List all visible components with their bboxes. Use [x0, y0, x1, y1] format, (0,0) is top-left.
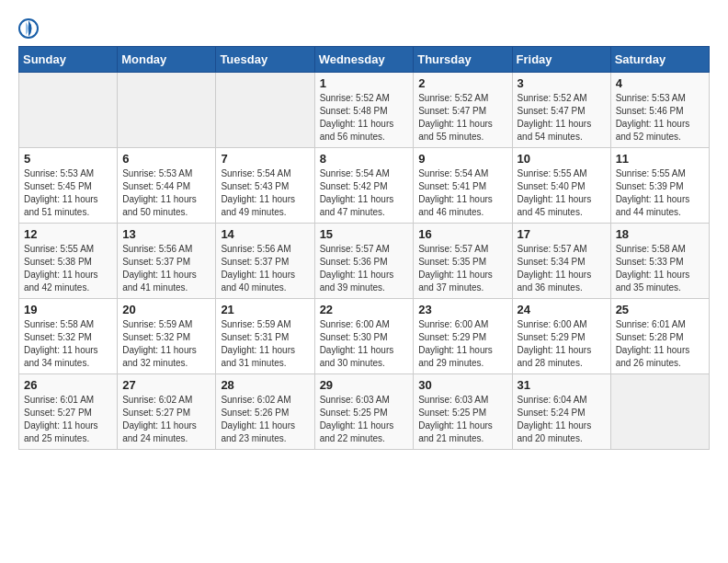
calendar-week-2: 5Sunrise: 5:53 AM Sunset: 5:45 PM Daylig…: [19, 148, 710, 224]
calendar-cell: [216, 73, 314, 148]
weekday-header-sunday: Sunday: [19, 47, 118, 73]
calendar-cell: 28Sunrise: 6:02 AM Sunset: 5:26 PM Dayli…: [216, 374, 314, 450]
day-number: 16: [418, 227, 506, 241]
cell-content: Sunrise: 5:56 AM Sunset: 5:37 PM Dayligh…: [122, 243, 210, 294]
day-number: 25: [616, 303, 704, 316]
cell-content: Sunrise: 6:02 AM Sunset: 5:27 PM Dayligh…: [122, 394, 210, 445]
day-number: 20: [122, 303, 210, 316]
cell-content: Sunrise: 6:01 AM Sunset: 5:28 PM Dayligh…: [616, 318, 704, 370]
day-number: 21: [221, 303, 309, 316]
day-number: 26: [24, 378, 112, 392]
calendar-cell: 13Sunrise: 5:56 AM Sunset: 5:37 PM Dayli…: [118, 224, 216, 299]
day-number: 11: [616, 152, 704, 166]
cell-content: Sunrise: 5:59 AM Sunset: 5:31 PM Dayligh…: [221, 318, 309, 370]
calendar-week-5: 26Sunrise: 6:01 AM Sunset: 5:27 PM Dayli…: [19, 374, 710, 450]
cell-content: Sunrise: 5:52 AM Sunset: 5:47 PM Dayligh…: [518, 92, 606, 144]
calendar-cell: 21Sunrise: 5:59 AM Sunset: 5:31 PM Dayli…: [216, 299, 314, 374]
calendar-cell: 12Sunrise: 5:55 AM Sunset: 5:38 PM Dayli…: [19, 224, 118, 299]
logo: [18, 18, 40, 37]
logo-icon: [18, 18, 37, 37]
weekday-header-saturday: Saturday: [610, 47, 709, 73]
cell-content: Sunrise: 5:54 AM Sunset: 5:41 PM Dayligh…: [418, 167, 506, 219]
day-number: 23: [418, 303, 506, 316]
cell-content: Sunrise: 6:01 AM Sunset: 5:27 PM Dayligh…: [24, 394, 112, 445]
calendar-cell: 7Sunrise: 5:54 AM Sunset: 5:43 PM Daylig…: [216, 148, 314, 224]
day-number: 30: [418, 378, 506, 392]
calendar-cell: 15Sunrise: 5:57 AM Sunset: 5:36 PM Dayli…: [314, 224, 414, 299]
weekday-header-monday: Monday: [118, 47, 216, 73]
cell-content: Sunrise: 5:57 AM Sunset: 5:34 PM Dayligh…: [518, 243, 606, 294]
day-number: 6: [122, 152, 210, 166]
cell-content: Sunrise: 5:58 AM Sunset: 5:32 PM Dayligh…: [24, 318, 112, 370]
day-number: 29: [320, 378, 409, 392]
calendar-week-3: 12Sunrise: 5:55 AM Sunset: 5:38 PM Dayli…: [19, 224, 710, 299]
cell-content: Sunrise: 5:52 AM Sunset: 5:47 PM Dayligh…: [418, 92, 506, 144]
calendar-cell: 31Sunrise: 6:04 AM Sunset: 5:24 PM Dayli…: [512, 374, 610, 450]
calendar-cell: 27Sunrise: 6:02 AM Sunset: 5:27 PM Dayli…: [118, 374, 216, 450]
cell-content: Sunrise: 6:03 AM Sunset: 5:25 PM Dayligh…: [418, 394, 506, 445]
day-number: 27: [122, 378, 210, 392]
day-number: 9: [418, 152, 506, 166]
day-number: 14: [221, 227, 309, 241]
day-number: 24: [518, 303, 606, 316]
cell-content: Sunrise: 6:00 AM Sunset: 5:29 PM Dayligh…: [418, 318, 506, 370]
day-number: 3: [518, 76, 606, 90]
calendar-cell: 6Sunrise: 5:53 AM Sunset: 5:44 PM Daylig…: [118, 148, 216, 224]
calendar-cell: 22Sunrise: 6:00 AM Sunset: 5:30 PM Dayli…: [314, 299, 414, 374]
cell-content: Sunrise: 6:02 AM Sunset: 5:26 PM Dayligh…: [221, 394, 309, 445]
day-number: 1: [320, 76, 409, 90]
cell-content: Sunrise: 6:00 AM Sunset: 5:29 PM Dayligh…: [518, 318, 606, 370]
weekday-header-row: SundayMondayTuesdayWednesdayThursdayFrid…: [19, 47, 710, 73]
calendar-cell: 9Sunrise: 5:54 AM Sunset: 5:41 PM Daylig…: [414, 148, 512, 224]
calendar-cell: 25Sunrise: 6:01 AM Sunset: 5:28 PM Dayli…: [610, 299, 709, 374]
cell-content: Sunrise: 5:58 AM Sunset: 5:33 PM Dayligh…: [616, 243, 704, 294]
cell-content: Sunrise: 5:54 AM Sunset: 5:43 PM Dayligh…: [221, 167, 309, 219]
calendar-cell: 1Sunrise: 5:52 AM Sunset: 5:48 PM Daylig…: [314, 73, 414, 148]
day-number: 28: [221, 378, 309, 392]
day-number: 12: [24, 227, 112, 241]
cell-content: Sunrise: 5:57 AM Sunset: 5:35 PM Dayligh…: [418, 243, 506, 294]
calendar-cell: [118, 73, 216, 148]
cell-content: Sunrise: 5:55 AM Sunset: 5:38 PM Dayligh…: [24, 243, 112, 294]
calendar-cell: 20Sunrise: 5:59 AM Sunset: 5:32 PM Dayli…: [118, 299, 216, 374]
calendar-cell: 30Sunrise: 6:03 AM Sunset: 5:25 PM Dayli…: [414, 374, 512, 450]
cell-content: Sunrise: 5:56 AM Sunset: 5:37 PM Dayligh…: [221, 243, 309, 294]
weekday-header-friday: Friday: [512, 47, 610, 73]
weekday-header-tuesday: Tuesday: [216, 47, 314, 73]
day-number: 7: [221, 152, 309, 166]
day-number: 31: [518, 378, 606, 392]
cell-content: Sunrise: 5:57 AM Sunset: 5:36 PM Dayligh…: [320, 243, 409, 294]
calendar-cell: 11Sunrise: 5:55 AM Sunset: 5:39 PM Dayli…: [610, 148, 709, 224]
calendar-cell: 23Sunrise: 6:00 AM Sunset: 5:29 PM Dayli…: [414, 299, 512, 374]
day-number: 18: [616, 227, 704, 241]
day-number: 2: [418, 76, 506, 90]
day-number: 5: [24, 152, 112, 166]
cell-content: Sunrise: 5:54 AM Sunset: 5:42 PM Dayligh…: [320, 167, 409, 219]
cell-content: Sunrise: 5:59 AM Sunset: 5:32 PM Dayligh…: [122, 318, 210, 370]
cell-content: Sunrise: 6:04 AM Sunset: 5:24 PM Dayligh…: [518, 394, 606, 445]
calendar-cell: 18Sunrise: 5:58 AM Sunset: 5:33 PM Dayli…: [610, 224, 709, 299]
cell-content: Sunrise: 5:55 AM Sunset: 5:39 PM Dayligh…: [616, 167, 704, 219]
cell-content: Sunrise: 5:53 AM Sunset: 5:44 PM Dayligh…: [122, 167, 210, 219]
calendar-cell: 24Sunrise: 6:00 AM Sunset: 5:29 PM Dayli…: [512, 299, 610, 374]
calendar-cell: 2Sunrise: 5:52 AM Sunset: 5:47 PM Daylig…: [414, 73, 512, 148]
weekday-header-thursday: Thursday: [414, 47, 512, 73]
page-header: [18, 18, 710, 37]
calendar-cell: 4Sunrise: 5:53 AM Sunset: 5:46 PM Daylig…: [610, 73, 709, 148]
calendar-cell: 14Sunrise: 5:56 AM Sunset: 5:37 PM Dayli…: [216, 224, 314, 299]
day-number: 22: [320, 303, 409, 316]
cell-content: Sunrise: 5:55 AM Sunset: 5:40 PM Dayligh…: [518, 167, 606, 219]
cell-content: Sunrise: 5:53 AM Sunset: 5:46 PM Dayligh…: [616, 92, 704, 144]
calendar-cell: 17Sunrise: 5:57 AM Sunset: 5:34 PM Dayli…: [512, 224, 610, 299]
day-number: 19: [24, 303, 112, 316]
calendar-table: SundayMondayTuesdayWednesdayThursdayFrid…: [18, 46, 710, 450]
calendar-cell: 8Sunrise: 5:54 AM Sunset: 5:42 PM Daylig…: [314, 148, 414, 224]
calendar-cell: 10Sunrise: 5:55 AM Sunset: 5:40 PM Dayli…: [512, 148, 610, 224]
calendar-week-4: 19Sunrise: 5:58 AM Sunset: 5:32 PM Dayli…: [19, 299, 710, 374]
day-number: 13: [122, 227, 210, 241]
calendar-cell: 26Sunrise: 6:01 AM Sunset: 5:27 PM Dayli…: [19, 374, 118, 450]
day-number: 4: [616, 76, 704, 90]
calendar-cell: 5Sunrise: 5:53 AM Sunset: 5:45 PM Daylig…: [19, 148, 118, 224]
calendar-cell: [610, 374, 709, 450]
cell-content: Sunrise: 5:53 AM Sunset: 5:45 PM Dayligh…: [24, 167, 112, 219]
